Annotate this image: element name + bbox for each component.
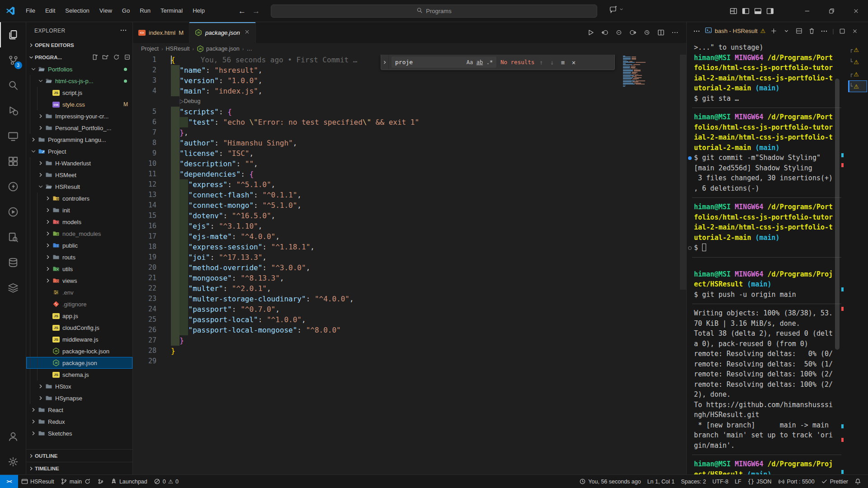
nav-forward-arrow[interactable]: → (252, 7, 260, 16)
tree-item-package.json[interactable]: JSpackage.json (26, 357, 132, 369)
tree-item-public[interactable]: public (26, 239, 132, 251)
menu-file[interactable]: File (21, 5, 40, 17)
activity-settings-icon[interactable] (0, 449, 26, 474)
run-icon[interactable] (586, 28, 596, 38)
activity-explorer-icon[interactable] (0, 22, 26, 47)
tree-item-utils[interactable]: utils (26, 263, 132, 275)
copilot-button[interactable] (609, 5, 624, 14)
warning-item[interactable]: ┌⚠ (849, 69, 867, 80)
tree-item-portfolios[interactable]: Portfolios (26, 63, 132, 75)
nav-back-arrow[interactable]: ← (238, 7, 246, 16)
nav-back-icon[interactable] (600, 28, 610, 38)
regex-icon[interactable]: .* (485, 59, 495, 66)
status-indentation[interactable]: Spaces: 2 (678, 475, 709, 488)
menu-terminal[interactable]: Terminal (156, 5, 188, 17)
new-folder-icon[interactable] (100, 52, 111, 62)
find-input[interactable]: proje Aa ab .* (392, 56, 496, 68)
command-decoration-blue[interactable] (688, 156, 692, 160)
status-cursor-position[interactable]: Ln 1, Col 1 (644, 475, 678, 488)
breadcrumb-item[interactable]: Project (141, 46, 159, 52)
tree-item-views[interactable]: views (26, 275, 132, 286)
status-workspace[interactable]: HSResult (18, 475, 57, 488)
status-git-blame[interactable]: You, 56 seconds ago (576, 475, 644, 488)
tree-item-.env[interactable]: .env (26, 286, 132, 298)
breadcrumb-item[interactable]: … (246, 46, 252, 52)
tree-item-script.js[interactable]: JSscript.js (26, 87, 132, 99)
tree-item-sketches[interactable]: Sketches (26, 427, 132, 439)
status-problems[interactable]: 0⚠0 (151, 475, 182, 488)
status-notifications[interactable] (851, 475, 864, 488)
tree-item-html-css-js-p...[interactable]: html-css-js-p... (26, 75, 132, 87)
activity-database-icon[interactable] (0, 250, 26, 275)
warning-item[interactable]: └⚠ (849, 81, 867, 92)
workspace-section-header[interactable]: PROGRA... (26, 51, 132, 63)
window-minimize-button[interactable] (795, 0, 819, 22)
collapse-folders-icon[interactable] (122, 52, 132, 62)
find-close-icon[interactable]: ✕ (568, 59, 579, 66)
tab-package-json[interactable]: JSpackage.json (189, 22, 256, 43)
status-branch[interactable]: main (57, 475, 94, 488)
editor-scrollbar[interactable] (680, 55, 686, 290)
find-in-selection-icon[interactable]: ≡ (557, 59, 568, 66)
status-git-graph[interactable] (94, 475, 107, 488)
window-restore-button[interactable] (819, 0, 844, 22)
tree-item-programming-langu...[interactable]: Programming Langu... (26, 134, 132, 145)
codelens-debug-link[interactable]: ▷Debug (179, 96, 200, 107)
activity-live-preview-icon[interactable] (0, 199, 26, 225)
tree-item-hsmeet[interactable]: HSMeet (26, 169, 132, 181)
explorer-more-icon[interactable] (120, 27, 127, 35)
activity-run-and-debug-icon[interactable] (0, 98, 26, 123)
kill-terminal-icon[interactable] (807, 27, 816, 36)
menu-run[interactable]: Run (135, 5, 156, 17)
breadcrumb-item[interactable]: JSpackage.json (197, 45, 240, 52)
whole-word-icon[interactable]: ab (475, 59, 485, 66)
refresh-explorer-icon[interactable] (111, 52, 122, 62)
nav-clock-icon[interactable] (642, 28, 652, 38)
status-launchpad[interactable]: Launchpad (107, 475, 151, 488)
status-live-server-port[interactable]: Port : 5500 (775, 475, 818, 488)
activity-remote-explorer-icon[interactable] (0, 123, 26, 149)
activity-search-icon[interactable] (0, 73, 26, 98)
menu-go[interactable]: Go (117, 5, 135, 17)
tree-item-personal-portfolio-...[interactable]: Personal_Portfolio_... (26, 122, 132, 134)
tree-item-routs[interactable]: routs (26, 251, 132, 263)
terminal-tab[interactable]: bash - HSResult ⚠ (705, 27, 765, 35)
tree-item-redux[interactable]: Redux (26, 416, 132, 427)
new-terminal-icon[interactable] (769, 27, 778, 36)
terminal-scrollbar[interactable] (835, 79, 840, 350)
menu-view[interactable]: View (94, 5, 117, 17)
terminal-more-icon[interactable] (820, 27, 829, 36)
breadcrumb-item[interactable]: HSResult (166, 46, 190, 52)
command-center-search[interactable]: Programs (271, 5, 597, 18)
tab-index-html[interactable]: <>index.htmlM (133, 22, 189, 43)
status-encoding[interactable]: UTF-8 (709, 475, 731, 488)
outline-section[interactable]: OUTLINE (26, 449, 132, 462)
find-next-icon[interactable]: ↓ (547, 59, 557, 66)
panel-more-icon[interactable] (692, 27, 701, 36)
tree-item-cloudconfig.js[interactable]: JScloudConfig.js (26, 322, 132, 333)
new-file-icon[interactable] (89, 52, 100, 62)
menu-help[interactable]: Help (188, 5, 210, 17)
tree-item-app.js[interactable]: JSapp.js (26, 310, 132, 322)
tree-item-.gitignore[interactable]: .gitignore (26, 298, 132, 310)
tree-item-impressing-your-cr...[interactable]: Impressing-your-cr... (26, 110, 132, 122)
activity-accounts-icon[interactable] (0, 424, 26, 449)
status-language-mode[interactable]: {}JSON (745, 475, 775, 488)
window-close-button[interactable] (844, 0, 868, 22)
toggle-panel-icon[interactable] (754, 7, 762, 15)
status-eol[interactable]: LF (731, 475, 745, 488)
activity-source-control-icon[interactable]: 3 (0, 47, 26, 73)
tree-item-h-wanderlust[interactable]: H-Wanderlust (26, 157, 132, 169)
activity-extensions-icon[interactable] (0, 149, 26, 174)
nav-circle-icon[interactable] (614, 28, 624, 38)
minimap[interactable] (623, 56, 649, 88)
tab-close-icon[interactable] (244, 29, 250, 36)
status-remote-indicator[interactable]: >< (0, 475, 18, 488)
terminal-viewport[interactable]: >..." to unstage)himan@MSI MINGW64 /d/Pr… (687, 40, 868, 474)
tree-item-hsresult[interactable]: HSResult (26, 181, 132, 192)
split-editor-icon[interactable] (656, 28, 666, 38)
toggle-secondary-sidebar-icon[interactable] (766, 7, 774, 15)
more-icon[interactable] (670, 28, 680, 38)
menu-edit[interactable]: Edit (40, 5, 60, 17)
activity-thunder-client-icon[interactable] (0, 174, 26, 199)
